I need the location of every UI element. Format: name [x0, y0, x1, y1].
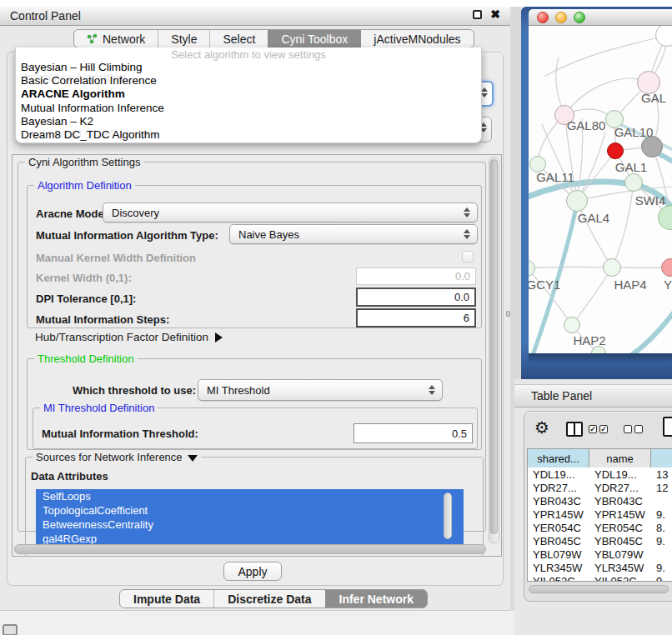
- algorithm-option-aracne-algorithm[interactable]: ARACNE Algorithm: [16, 88, 481, 101]
- cyni-algorithm-settings-group: Cyni Algorithm Settings Algorithm Defini…: [18, 162, 486, 532]
- which-threshold-value: MI Threshold: [207, 384, 270, 397]
- deselect-all-checkboxes-icon[interactable]: [624, 425, 643, 433]
- algorithm-option-bayesian-k2[interactable]: Bayesian – K2: [16, 115, 481, 128]
- table-panel-title: Table Panel: [531, 389, 592, 402]
- table-row[interactable]: YBR043CYBR043C: [528, 494, 672, 508]
- mi-algorithm-type-label: Mutual Information Algorithm Type:: [36, 229, 218, 242]
- table-cell: YBR043C: [589, 494, 651, 508]
- table-cell: YER054C: [589, 521, 651, 534]
- mi-threshold-value: 0.5: [452, 428, 467, 440]
- docked-panel-icon[interactable]: [3, 624, 18, 635]
- sources-group-title: Sources for Network Inference: [33, 451, 201, 463]
- table-cell: YLR345W: [589, 561, 651, 574]
- table-row[interactable]: YER054CYER054C8.: [528, 521, 672, 534]
- algorithm-option-mutual-information-inference[interactable]: Mutual Information Inference: [16, 102, 481, 115]
- settings-horizontal-scrollbar[interactable]: [14, 544, 486, 554]
- control-panel-titlebar: Control Panel ✖: [0, 7, 510, 26]
- node-label-gal11: GAL11: [536, 170, 574, 184]
- table-cell: YBL079W: [528, 548, 589, 561]
- table-cell: YPR145W: [528, 508, 589, 521]
- tab-network[interactable]: Network: [74, 30, 158, 48]
- table-row[interactable]: YBR045CYBR045C9.: [528, 534, 672, 548]
- float-window-icon[interactable]: [473, 10, 482, 19]
- attribute-item-selfloops[interactable]: SelfLoops: [36, 489, 464, 503]
- tab-cyni-toolbox[interactable]: Cyni Toolbox: [268, 30, 360, 48]
- tab-discretize-data[interactable]: Discretize Data: [213, 590, 324, 608]
- table-settings-gear-icon[interactable]: ⚙: [534, 418, 549, 438]
- export-table-icon[interactable]: [663, 417, 672, 437]
- table-row[interactable]: YDR27...YDR27...12: [528, 481, 672, 494]
- expanded-arrow-icon: [188, 455, 198, 462]
- divider-handle[interactable]: [506, 311, 510, 317]
- algorithm-dropdown-popup: Inference Algorithm gal-filtered sif def…: [15, 48, 482, 143]
- screenshot-root: Control Panel ✖ NetworkStyleSelectCyni T…: [0, 0, 672, 635]
- cyni-algorithm-settings-title: Cyni Algorithm Settings: [25, 156, 143, 168]
- attributes-list-scrollbar[interactable]: [444, 492, 452, 539]
- tab-select[interactable]: Select: [209, 30, 268, 48]
- zoom-traffic-light-icon[interactable]: [574, 12, 585, 23]
- manual-kernel-width-checkbox[interactable]: [462, 251, 474, 262]
- tab-jactivemnodules[interactable]: jActiveMNodules: [360, 30, 473, 48]
- node-gal1[interactable]: [607, 142, 624, 159]
- node-gal4[interactable]: [566, 190, 588, 212]
- dpi-tolerance-field[interactable]: 0.0: [356, 288, 476, 307]
- network-view-window: GALGAL80GAL10GAL1GAL11SWI4GAL4GCY1HAP4YH…: [521, 7, 672, 379]
- tab-label: Network: [103, 32, 145, 46]
- kernel-width-label: Kernel Width (0,1):: [36, 272, 132, 284]
- table-cell: 13: [651, 468, 672, 481]
- column-header-a[interactable]: A: [651, 449, 672, 468]
- combo-down-arrow-icon: [481, 93, 488, 98]
- node-attribute-table[interactable]: shared...nameA YDL19...YDL19...13YDR27..…: [527, 448, 672, 582]
- close-icon[interactable]: ✖: [490, 10, 500, 19]
- node-hap4[interactable]: [603, 258, 621, 277]
- mi-algorithm-type-value: Naive Bayes: [238, 228, 299, 241]
- table-cell: 9.: [651, 508, 672, 521]
- select-all-checkboxes-icon[interactable]: ✓✓: [589, 425, 608, 433]
- aracne-mode-value: Discovery: [112, 207, 159, 219]
- tab-impute-data[interactable]: Impute Data: [120, 590, 213, 608]
- kernel-width-field[interactable]: 0.0: [356, 268, 476, 285]
- table-horizontal-scrollbar[interactable]: [529, 585, 669, 593]
- tab-infer-network[interactable]: Infer Network: [325, 590, 427, 608]
- tab-label: Cyni Toolbox: [281, 32, 348, 46]
- mi-threshold-field[interactable]: 0.5: [354, 423, 473, 443]
- attribute-item-betweennesscentrality[interactable]: BetweennessCentrality: [36, 518, 464, 532]
- table-cell: 12: [651, 481, 672, 494]
- table-row[interactable]: YIL052CYIL052C9.: [528, 574, 672, 582]
- control-panel-tabbar: NetworkStyleSelectCyni ToolboxjActiveMNo…: [73, 29, 474, 48]
- node-swi4[interactable]: [624, 173, 643, 192]
- aracne-mode-combo[interactable]: Discovery: [103, 202, 478, 222]
- hub-tf-definition-label: Hub/Transcription Factor Definition: [35, 331, 208, 343]
- hub-tf-definition-toggle[interactable]: Hub/Transcription Factor Definition: [35, 331, 223, 343]
- table-row[interactable]: YPR145WYPR145W9.: [528, 508, 672, 521]
- combo-up-arrow-icon: [481, 88, 488, 92]
- table-row[interactable]: YDL19...YDL19...13: [528, 468, 672, 481]
- settings-vertical-scrollbar[interactable]: [489, 157, 499, 543]
- column-header-shared-[interactable]: shared...: [528, 449, 589, 468]
- mi-steps-field[interactable]: 6: [356, 308, 476, 328]
- tab-style[interactable]: Style: [158, 30, 209, 48]
- which-threshold-combo[interactable]: MI Threshold: [198, 379, 443, 401]
- network-window-titlebar[interactable]: [529, 9, 672, 26]
- minimize-traffic-light-icon[interactable]: [555, 12, 567, 23]
- apply-button[interactable]: Apply: [223, 562, 282, 581]
- tab-label: jActiveMNodules: [374, 32, 460, 46]
- network-canvas[interactable]: GALGAL80GAL10GAL1GAL11SWI4GAL4GCY1HAP4YH…: [529, 26, 672, 353]
- mi-algorithm-type-combo[interactable]: Naive Bayes: [229, 224, 478, 244]
- table-row[interactable]: YBL079WYBL079W: [528, 548, 672, 561]
- node-label-gal4: GAL4: [578, 211, 609, 225]
- data-attributes-list[interactable]: SelfLoopsTopologicalCoefficientBetweenne…: [36, 489, 464, 552]
- close-traffic-light-icon[interactable]: [537, 12, 549, 23]
- table-row[interactable]: YLR345WYLR345W9.: [528, 561, 672, 574]
- node-label-gal: GAL: [641, 91, 666, 105]
- table-cell: YIL052C: [589, 574, 651, 582]
- sources-group: Sources for Network Inference Data Attri…: [25, 457, 484, 557]
- column-layout-icon[interactable]: [566, 422, 583, 437]
- table-cell: YDL19...: [528, 468, 589, 481]
- attribute-item-topologicalcoefficient[interactable]: TopologicalCoefficient: [36, 503, 464, 518]
- canvas-bottom-shadow: [529, 353, 672, 363]
- column-header-name[interactable]: name: [589, 449, 651, 468]
- dpi-tolerance-value: 0.0: [454, 291, 469, 303]
- node-hap2[interactable]: [564, 317, 580, 333]
- network-node[interactable]: [641, 136, 663, 158]
